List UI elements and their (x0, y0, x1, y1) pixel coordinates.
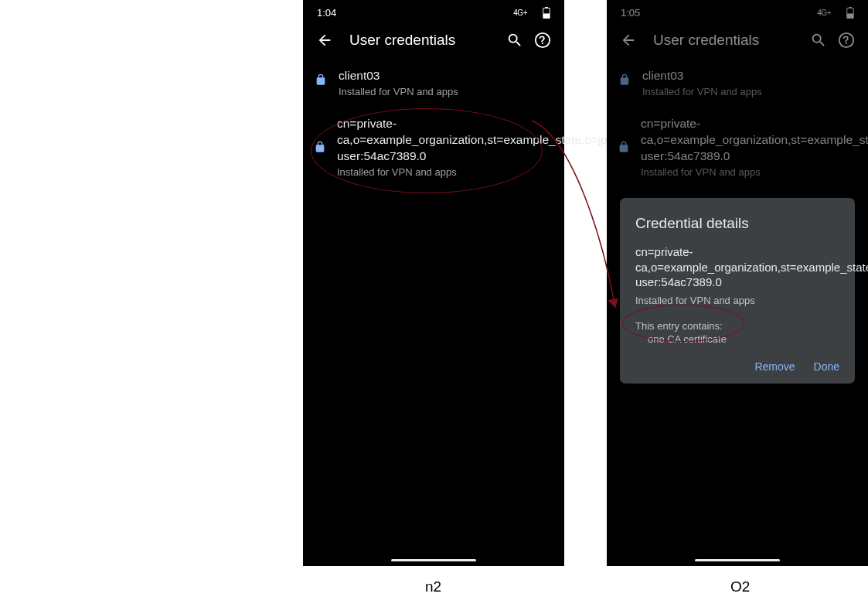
status-time: 1:04 (317, 7, 336, 19)
page-title: User credentials (642, 32, 805, 49)
phone-left: 1:04 4G+ User credentials client03 Insta… (303, 0, 564, 566)
status-time: 1:05 (621, 7, 640, 19)
lock-icon (314, 73, 328, 87)
credential-item[interactable]: client03 Installed for VPN and apps (303, 59, 564, 107)
lock-icon (618, 140, 630, 154)
svg-rect-2 (543, 8, 550, 13)
dialog-contains-item: one CA certificate (635, 333, 839, 345)
caption-right: O2 (730, 578, 750, 595)
app-bar: User credentials (303, 22, 564, 59)
page-title: User credentials (339, 32, 501, 49)
home-indicator[interactable] (391, 559, 476, 561)
help-button[interactable] (529, 26, 557, 54)
help-button[interactable] (832, 26, 860, 54)
home-indicator[interactable] (695, 559, 780, 561)
lock-icon (314, 140, 326, 154)
caption-left: n2 (425, 578, 441, 595)
back-button[interactable] (311, 26, 339, 54)
credential-details-dialog: Credential details cn=private-ca,o=examp… (620, 198, 855, 384)
done-button[interactable]: Done (814, 360, 839, 373)
credential-title: client03 (339, 68, 553, 84)
dialog-credential-name: cn=private-ca,o=example_organization,st=… (635, 244, 839, 290)
remove-button[interactable]: Remove (754, 360, 795, 373)
svg-rect-4 (849, 7, 852, 9)
dialog-credential-sub: Installed for VPN and apps (635, 295, 839, 306)
network-label: 4G+ (513, 9, 527, 17)
battery-icon (846, 7, 854, 19)
dialog-title: Credential details (635, 215, 839, 232)
app-bar: User credentials (607, 22, 868, 59)
network-label: 4G+ (817, 9, 831, 17)
status-right: 4G+ (513, 7, 550, 19)
lock-icon (618, 73, 631, 87)
status-bar: 1:04 4G+ (303, 0, 564, 22)
credential-title: cn=private-ca,o=example_organization,st=… (337, 116, 607, 165)
credential-item[interactable]: cn=private-ca,o=example_organization,st=… (303, 107, 564, 187)
credential-subtitle: Installed for VPN and apps (641, 166, 868, 178)
credential-title: cn=private-ca,o=example_organization,st=… (641, 116, 868, 165)
credential-subtitle: Installed for VPN and apps (337, 166, 607, 178)
back-button[interactable] (614, 26, 642, 54)
status-bar: 1:05 4G+ (607, 0, 868, 22)
search-button[interactable] (805, 26, 832, 54)
phone-right: 1:05 4G+ User credentials (607, 0, 868, 566)
battery-icon (543, 7, 550, 19)
dialog-contains-label: This entry contains: (635, 320, 839, 332)
svg-rect-1 (545, 7, 548, 9)
credential-title: client03 (642, 68, 857, 84)
credential-item: client03 Installed for VPN and apps (607, 59, 868, 107)
signal-icon (529, 7, 540, 18)
credential-subtitle: Installed for VPN and apps (339, 86, 553, 97)
svg-rect-5 (847, 8, 853, 13)
credential-item: cn=private-ca,o=example_organization,st=… (607, 107, 868, 187)
signal-icon (833, 7, 844, 18)
search-button[interactable] (501, 26, 529, 54)
status-right: 4G+ (817, 7, 854, 19)
credential-subtitle: Installed for VPN and apps (642, 86, 857, 97)
